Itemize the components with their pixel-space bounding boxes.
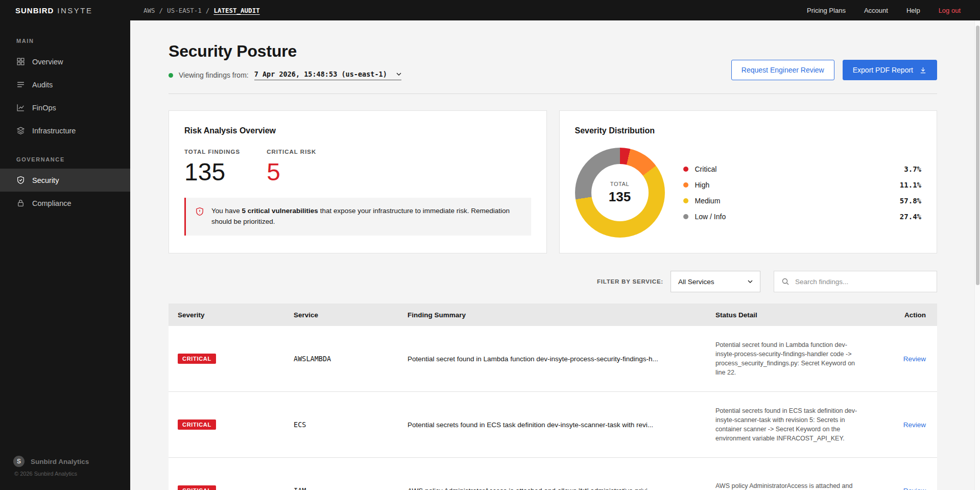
line-chart-icon [16,103,25,112]
severity-card-title: Severity Distribution [575,126,922,135]
header-actions: Request Engineer Review Export PDF Repor… [731,60,937,80]
col-header-service: Service [284,311,398,319]
sidebar-item-label: Overview [32,58,63,66]
topbar: SUNBIRDINSYTE AWS / US-EAST-1 / LATEST_A… [0,0,980,20]
brand-logo[interactable]: SUNBIRDINSYTE [0,6,130,15]
finding-summary-cell: AWS policy AdministratorAccess is attach… [398,487,706,490]
page-scrollbar[interactable] [974,20,980,490]
page-header: Security Posture Viewing findings from: … [169,42,937,80]
chevron-down-icon [748,280,753,283]
medium-dot-icon [683,198,688,203]
severity-distribution-card: Severity Distribution TOTAL 135 Critical [559,110,938,253]
service-filter-select[interactable]: All Services [671,271,760,292]
severity-badge: CRITICAL [178,485,216,490]
export-pdf-button[interactable]: Export PDF Report [843,60,937,80]
sidebar-footer: S Sunbird Analytics © 2026 Sunbird Analy… [0,456,130,490]
brand-suffix: INSYTE [57,6,92,15]
sidebar-item-label: Security [32,176,59,184]
breadcrumb-separator: / [159,7,163,14]
chevron-down-icon [396,73,401,76]
legend-item-low-info: Low / Info 27.4% [683,213,922,221]
shield-icon [16,176,25,184]
pricing-plans-link[interactable]: Pricing Plans [807,7,846,14]
findings-table: Severity Service Finding Summary Status … [169,304,937,490]
warning-shield-icon [195,207,204,216]
critical-risk-value: 5 [267,160,316,184]
severity-badge: CRITICAL [178,419,216,430]
sidebar-item-overview[interactable]: Overview [0,50,130,73]
status-detail-cell: Potential secret found in Lambda functio… [706,331,862,387]
search-icon [781,277,790,286]
critical-dot-icon [683,167,688,172]
service-cell: AWSLAMBDA [284,355,398,363]
col-header-severity: Severity [169,311,284,319]
legend-percent: 27.4% [900,213,921,221]
sidebar-item-infrastructure[interactable]: Infrastructure [0,119,130,142]
review-link[interactable]: Review [903,421,926,429]
download-icon [919,66,927,74]
severity-badge: CRITICAL [178,354,216,364]
sidebar-item-label: Audits [32,81,53,89]
severity-donut-chart: TOTAL 135 [575,148,665,238]
service-cell: IAM [284,486,398,490]
sidebar-item-label: Infrastructure [32,127,76,135]
col-header-summary: Finding Summary [398,311,706,319]
company-logo: S [13,456,25,467]
search-findings-box [774,271,937,292]
sidebar-item-compliance[interactable]: Compliance [0,192,130,215]
risk-card-title: Risk Analysis Overview [184,126,531,135]
header-divider [169,94,937,94]
review-link[interactable]: Review [903,355,926,363]
search-findings-input[interactable] [795,278,929,286]
copyright-text: © 2026 Sunbird Analytics [13,471,120,477]
legend-label: High [695,181,710,189]
review-link[interactable]: Review [903,487,926,490]
alert-bold-text: 5 critical vulnerabilities [242,207,318,215]
total-findings-value: 135 [184,160,240,184]
dashboard-grid-icon [16,57,25,66]
nav-section-gap [0,142,130,156]
alert-text: You have 5 critical vulnerabilities that… [211,206,522,227]
legend-item-high: High 11.1% [683,181,922,189]
request-review-button[interactable]: Request Engineer Review [731,60,834,80]
legend-percent: 3.7% [904,165,921,173]
critical-risk-stat: CRITICAL RISK 5 [267,149,316,184]
breadcrumb-item-latest-audit[interactable]: LATEST_AUDIT [213,7,259,14]
brand-name: SUNBIRD [15,6,54,15]
finding-summary-cell: Potential secret found in Lambda functio… [398,355,706,363]
nav-section-governance: GOVERNANCE [0,156,130,169]
breadcrumb-item-aws[interactable]: AWS [144,7,155,14]
company-name: Sunbird Analytics [31,458,89,465]
table-header-row: Severity Service Finding Summary Status … [169,304,937,326]
donut-center: TOTAL 135 [591,164,649,221]
live-status-dot [169,73,173,78]
table-row: CRITICAL ECS Potential secrets found in … [169,392,937,458]
logout-link[interactable]: Log out [939,7,961,14]
layers-icon [16,126,25,135]
legend-label: Low / Info [695,213,726,221]
help-link[interactable]: Help [906,7,920,14]
status-detail-cell: AWS policy AdministratorAccess is attach… [706,472,862,490]
sidebar: MAIN Overview Audits FinOps Infrastructu… [0,20,130,490]
total-findings-label: TOTAL FINDINGS [184,149,240,155]
breadcrumb-item-region[interactable]: US-EAST-1 [167,7,202,14]
scrollbar-thumb[interactable] [976,26,979,285]
legend-label: Critical [695,165,717,173]
sidebar-item-audits[interactable]: Audits [0,73,130,96]
col-header-action: Action [866,311,937,319]
viewing-findings-label: Viewing findings from: [179,71,249,79]
severity-legend: Critical 3.7% High 11.1% Medium 57.8% [683,165,922,221]
critical-alert-banner: You have 5 critical vulnerabilities that… [184,198,531,236]
legend-item-critical: Critical 3.7% [683,165,922,173]
col-header-status: Status Detail [706,311,866,319]
sidebar-item-finops[interactable]: FinOps [0,96,130,119]
audit-date-select[interactable]: 7 Apr 2026, 15:48:53 (us-east-1) [254,70,401,80]
sidebar-item-security[interactable]: Security [0,169,130,192]
risk-analysis-card: Risk Analysis Overview TOTAL FINDINGS 13… [169,110,547,253]
list-icon [16,80,25,89]
table-row: CRITICAL AWSLAMBDA Potential secret foun… [169,326,937,392]
account-link[interactable]: Account [864,7,888,14]
donut-total-label: TOTAL [610,181,629,187]
nav-section-main: MAIN [0,38,130,50]
table-row: CRITICAL IAM AWS policy AdministratorAcc… [169,458,937,490]
